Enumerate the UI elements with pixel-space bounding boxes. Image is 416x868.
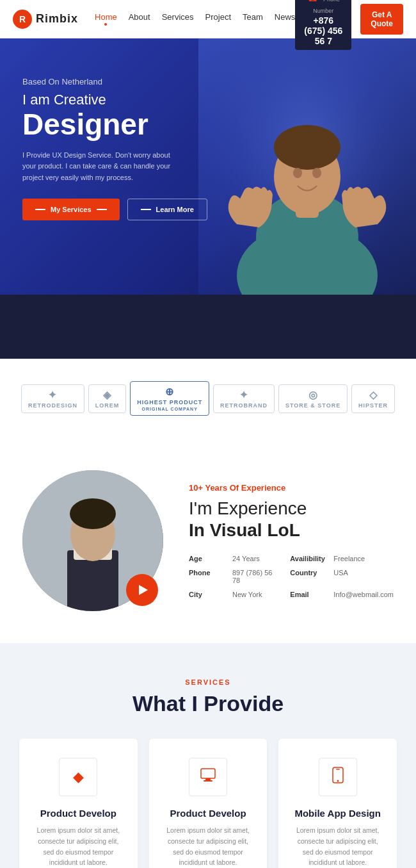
email-value: Info@webmail.com	[333, 591, 394, 598]
city-label: City	[189, 591, 227, 598]
brand-lorem: ◈ LOREM	[88, 384, 127, 413]
service-name-0: Product Develop	[40, 808, 116, 819]
service-desc-0: Lorem ipsum dolor sit amet, consecte tur…	[32, 825, 125, 868]
about-email-row: Email Info@webmail.com	[290, 591, 394, 598]
service-name-1: Product Develop	[170, 808, 246, 819]
phone-block: ☎ Phone Number +876 (675) 456 56 7	[295, 0, 351, 50]
nav-news[interactable]: News	[275, 12, 296, 26]
nav-home[interactable]: Home	[95, 12, 117, 26]
logo-text: Rimbix	[36, 12, 78, 26]
learn-more-button[interactable]: Learn More	[127, 199, 207, 220]
service-desc-2: Lorem ipsum dolor sit amet, consecte tur…	[291, 825, 384, 868]
phone-icon: ☎	[307, 0, 318, 3]
nav-about[interactable]: About	[129, 12, 150, 26]
email-label: Email	[290, 591, 328, 598]
services-cards: ◆ Product Develop Lorem ipsum dolor sit …	[19, 739, 397, 868]
svg-rect-15	[204, 780, 212, 782]
service-icon-wrap-2	[319, 758, 357, 796]
nav-project[interactable]: Project	[205, 12, 231, 26]
hero-section: Based On Netherland I am Creative Design…	[0, 38, 416, 295]
about-city-row: City New York	[189, 591, 277, 598]
about-image-wrap	[22, 470, 163, 611]
about-section: 10+ Years Of Experience I'm Experience I…	[0, 438, 416, 643]
play-button[interactable]	[126, 574, 158, 606]
btn-learn-line	[141, 209, 151, 210]
about-heading-line2: In Visual LoL	[189, 520, 300, 540]
services-button[interactable]: My Services	[22, 199, 120, 220]
about-age-row: Age 24 Years	[189, 555, 277, 562]
svg-point-12	[70, 498, 116, 529]
about-heading-line1: I'm Experience	[189, 498, 307, 518]
hero-dark-bg	[0, 295, 416, 359]
hero-description: I Provide UX Design Service. Don't worry…	[22, 150, 176, 184]
btn-line-right	[97, 209, 107, 210]
availability-label: Availibility	[290, 555, 328, 562]
about-tag: 10+ Years Of Experience	[189, 483, 394, 493]
brand-store: ◎ STORE & STORE	[278, 384, 348, 413]
brands-section: ✦ RETRODESIGN ◈ LOREM ⊕ HIGHEST PRODUCT …	[0, 359, 416, 438]
navbar-brand: R Rimbix Home About Services Project Tea…	[13, 10, 295, 29]
about-phone-row: Phone 897 (786) 56 78	[189, 569, 277, 584]
hero-location: Based On Netherland	[22, 77, 394, 86]
about-country-row: Country USA	[290, 569, 394, 584]
service-desc-1: Lorem ipsum dolor sit amet, consecte tur…	[162, 825, 255, 868]
monitor-icon	[200, 768, 216, 786]
brand-hipster: ◇ HIPSTER	[351, 384, 395, 413]
svg-rect-14	[205, 778, 211, 780]
logo-icon: R	[13, 10, 32, 29]
svg-rect-13	[201, 769, 215, 778]
about-availability-row: Availibility Freelance	[290, 555, 394, 562]
availability-value: Freelance	[333, 555, 365, 562]
navbar: R Rimbix Home About Services Project Tea…	[0, 0, 416, 38]
services-button-label: My Services	[51, 206, 92, 213]
navbar-right: ☎ Phone Number +876 (675) 456 56 7 Get A…	[295, 0, 403, 50]
nav-services[interactable]: Services	[162, 12, 194, 26]
about-heading: I'm Experience In Visual LoL	[189, 498, 394, 541]
about-content: 10+ Years Of Experience I'm Experience I…	[189, 483, 394, 598]
mobile-icon	[332, 767, 344, 787]
about-info: Age 24 Years Availibility Freelance Phon…	[189, 555, 394, 598]
diamond-icon: ◆	[73, 769, 84, 785]
phone-value: 897 (786) 56 78	[232, 569, 277, 584]
svg-rect-18	[336, 769, 340, 770]
svg-point-17	[337, 780, 339, 782]
service-icon-wrap-0: ◆	[59, 758, 97, 796]
quote-button[interactable]: Get A Quote	[360, 4, 403, 35]
btn-line-left	[35, 209, 45, 210]
city-value: New York	[232, 591, 262, 598]
service-card-1: Product Develop Lorem ipsum dolor sit am…	[149, 739, 268, 868]
age-value: 24 Years	[232, 555, 260, 562]
nav-team[interactable]: Team	[243, 12, 263, 26]
age-label: Age	[189, 555, 227, 562]
nav-links: Home About Services Project Team News	[95, 12, 295, 26]
services-header: SERVICES What I Provide	[19, 678, 397, 716]
country-label: Country	[290, 569, 328, 584]
brand-retrobrand: ✦ RETROBRAND	[213, 384, 275, 413]
country-value: USA	[333, 569, 348, 584]
service-card-2: Mobile App Design Lorem ipsum dolor sit …	[278, 739, 397, 868]
phone-label: Phone	[189, 569, 227, 584]
brand-retrodesign: ✦ RETRODESIGN	[21, 384, 84, 413]
brand-highest: ⊕ HIGHEST PRODUCT ORIGINAL COMPANY	[130, 381, 209, 416]
hero-buttons: My Services Learn More	[22, 199, 394, 220]
services-title: What I Provide	[19, 691, 397, 716]
service-icon-wrap-1	[189, 758, 227, 796]
service-name-2: Mobile App Design	[294, 808, 380, 819]
service-card-0: ◆ Product Develop Lorem ipsum dolor sit …	[19, 739, 138, 868]
hero-subtitle: I am Creative	[22, 92, 394, 108]
phone-number: +876 (675) 456 56 7	[304, 15, 342, 46]
services-tag: SERVICES	[19, 678, 397, 686]
phone-label: ☎ Phone Number	[304, 0, 342, 15]
hero-content: Based On Netherland I am Creative Design…	[22, 70, 394, 220]
services-section: SERVICES What I Provide ◆ Product Develo…	[0, 643, 416, 868]
hero-title: Designer	[22, 108, 394, 141]
learn-more-label: Learn More	[156, 206, 194, 213]
